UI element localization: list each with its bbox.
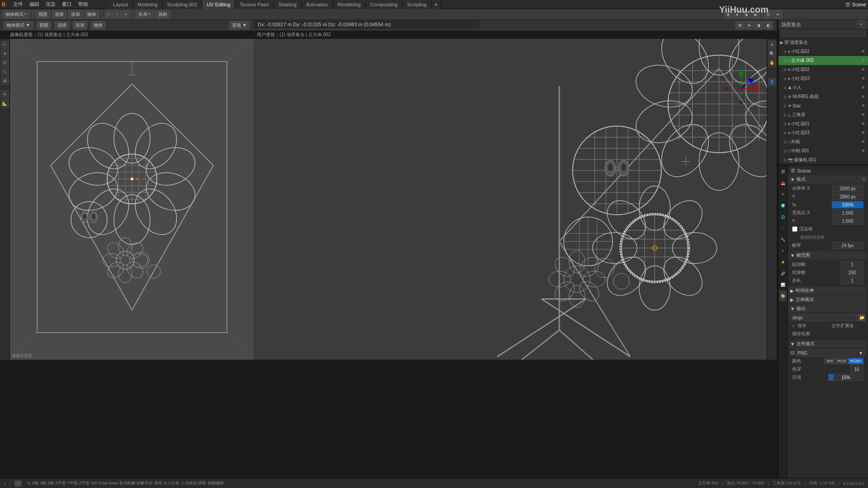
tab-shading[interactable]: Shading — [274, 0, 302, 9]
prop-tab-material[interactable]: 🎨 — [779, 291, 787, 301]
outliner-item-camera[interactable]: ▷ 📷 摄像机.001 — [778, 155, 868, 164]
menu-edit[interactable]: 编辑 — [27, 0, 42, 9]
visibility-icon-5[interactable]: 👁 — [860, 84, 866, 91]
select-menu[interactable]: 选择 — [52, 10, 66, 19]
tab-compositing[interactable]: Compositing — [366, 0, 403, 9]
end-frame-input[interactable]: 250 — [841, 269, 863, 276]
format-dropdown[interactable]: PNG ▼ — [795, 349, 865, 357]
format-section-header[interactable]: ▼ 格式 ☰ — [788, 175, 867, 183]
mode-icon[interactable]: □ — [14, 480, 22, 487]
output-header[interactable]: ▼ 输出 — [788, 305, 867, 313]
color-rgba[interactable]: RGBA — [848, 358, 863, 364]
render-border-cb[interactable] — [792, 226, 797, 232]
viewport-shading-solid[interactable]: ● — [733, 10, 741, 19]
left-obj-btn[interactable]: 物体 — [91, 21, 105, 29]
visibility-icon-10[interactable]: 👁 — [860, 130, 866, 136]
left-add-btn[interactable]: 添加 — [73, 21, 87, 29]
prop-tab-scene[interactable]: 🌍 — [779, 200, 787, 211]
fps-select[interactable]: 24 fps — [832, 242, 863, 249]
menu-render[interactable]: 渲染 — [43, 0, 58, 9]
gizmo-btn[interactable]: ✛ — [774, 10, 782, 19]
left-view-btn[interactable]: 视图 — [37, 21, 51, 29]
prop-tab-particles[interactable]: ✦ — [779, 245, 787, 256]
outliner-item-xiaohonghua02b[interactable]: ▷ ♦ 小红花02 👁 — [778, 65, 868, 74]
tab-texture-paint[interactable]: Texture Paint — [235, 0, 274, 9]
file-format-header[interactable]: ▼ 文件格式 — [788, 340, 867, 348]
tab-layout[interactable]: Layout — [108, 0, 133, 9]
viewport-shading-mat[interactable]: ◑ — [742, 10, 750, 19]
visibility-icon-8[interactable]: 👁 — [860, 112, 866, 118]
res-y-input[interactable]: 2880 px — [832, 193, 863, 200]
outliner-search-input[interactable] — [780, 30, 866, 37]
outliner-item-xiaohonghua02[interactable]: ▷ ♦ 小红花02 👁 — [778, 47, 868, 56]
visibility-icon-12[interactable]: 👁 — [860, 148, 866, 154]
visibility-icon[interactable]: 👁 — [860, 48, 866, 55]
move-tool[interactable]: ✛ — [1, 50, 9, 58]
outliner-item-xiaohonghua03b[interactable]: ▷ ♦ 小红花03 👁 — [778, 128, 868, 137]
view-menu[interactable]: 视图 — [36, 10, 50, 19]
aspect-x-input[interactable]: 1.000 — [832, 209, 863, 216]
view-zoom-r[interactable]: 🔍 — [768, 50, 776, 58]
left-mode-btn[interactable]: 物体模式 ▼ — [4, 21, 33, 29]
stereo-header[interactable]: ▶ 立体视法 — [788, 296, 867, 304]
depth-value[interactable]: 16 — [850, 366, 863, 373]
snap-select[interactable]: 全局▼ — [136, 10, 154, 19]
outliner-item-nurbs[interactable]: ▷ ≋ NURBS 曲面 👁 — [778, 92, 868, 101]
prop-tab-object[interactable]: □ — [779, 223, 787, 234]
shading-wire2[interactable]: ⊞ — [736, 21, 745, 29]
path-browse-btn[interactable]: 📁 — [858, 314, 865, 321]
measure-tool[interactable]: 📐 — [1, 99, 9, 108]
prop-tab-modifier[interactable]: 🔧 — [779, 234, 787, 245]
outliner-item-xiaohonghua03[interactable]: ▷ ♦ 小红花03 👁 — [778, 74, 868, 83]
visibility-icon-6[interactable]: 👁 — [860, 94, 866, 100]
scale-tool[interactable]: ⤡ — [1, 68, 9, 76]
start-frame-input[interactable]: 1 — [841, 261, 863, 268]
prop-tab-render[interactable]: 🎬 — [779, 166, 787, 177]
add-menu[interactable]: 添加 — [68, 10, 83, 19]
outliner-item-sanjiao[interactable]: ▷ △ 三角形 👁 — [778, 110, 868, 119]
visibility-icon-11[interactable]: 👁 — [860, 139, 866, 145]
step-input[interactable]: 1 — [841, 277, 863, 284]
outliner-item-xiaohonghua01[interactable]: ▷ ♦ 小红花01 👁 — [778, 119, 868, 128]
tool-r4[interactable]: 👤 — [768, 78, 776, 86]
prop-tab-output[interactable]: 📤 — [779, 178, 787, 188]
compression-bar[interactable]: 15% — [828, 374, 863, 381]
select-lasso-btn[interactable]: ∞ — [122, 10, 130, 19]
time-stretch-header[interactable]: ▶ 时间拉伸 — [788, 286, 867, 295]
left-select-mode[interactable]: 选项 ▼ — [229, 21, 250, 29]
rotate-tool[interactable]: ↻ — [1, 59, 9, 67]
select-circle-btn[interactable]: ○ — [113, 10, 121, 19]
color-bw[interactable]: BW — [825, 358, 835, 364]
tab-uv-editing[interactable]: UV Editing — [202, 0, 235, 9]
shading-solid2[interactable]: ● — [745, 21, 753, 29]
res-x-input[interactable]: 2000 px — [832, 185, 863, 192]
prop-tab-constraints[interactable]: 🔗 — [779, 268, 787, 279]
visibility-icon-4[interactable]: 👁 — [860, 75, 866, 82]
proportional-edit[interactable]: 选框 — [156, 10, 170, 19]
shading-rend2[interactable]: ◐ — [764, 21, 773, 29]
tab-animation[interactable]: Animation — [302, 0, 333, 9]
overlay-btn[interactable]: ⊡ — [764, 10, 773, 19]
tab-modeling[interactable]: Modeling — [133, 0, 163, 9]
visibility-icon-3[interactable]: 👁 — [860, 66, 866, 73]
tab-scripting[interactable]: Scripting — [403, 0, 432, 9]
tab-sculpting[interactable]: Sculpting.001 — [163, 0, 203, 9]
color-rgb[interactable]: RGB — [835, 358, 848, 364]
visibility-icon-9[interactable]: 👁 — [860, 121, 866, 127]
transform-tool-r[interactable]: ✛ — [768, 41, 776, 49]
left-select-btn[interactable]: 选择 — [55, 21, 69, 29]
output-path-input[interactable]: /tmp\ — [790, 314, 857, 321]
prop-tab-physics[interactable]: ⚡ — [779, 257, 787, 267]
menu-file[interactable]: 文件 — [10, 0, 26, 9]
viewport-canvas[interactable]: N — [253, 39, 777, 360]
select-box-btn[interactable]: □ — [105, 10, 113, 19]
prop-tab-data[interactable]: 📊 — [779, 279, 787, 290]
object-menu[interactable]: 物体 — [85, 10, 99, 19]
annotate-tool[interactable]: ✎ — [1, 90, 9, 99]
outliner-item-star[interactable]: ▷ ★ Star 👁 — [778, 101, 868, 110]
outliner-item-fangti002[interactable]: ▷ □ 立方体.002 👁 — [778, 56, 868, 65]
shading-mat2[interactable]: ◑ — [754, 21, 763, 29]
outliner-item-waikuang[interactable]: ▷ □ 外框 👁 — [778, 137, 868, 146]
mode-selector-left[interactable]: 物体模式 ▼ — [3, 10, 30, 19]
visibility-icon-2[interactable]: 👁 — [860, 57, 866, 64]
